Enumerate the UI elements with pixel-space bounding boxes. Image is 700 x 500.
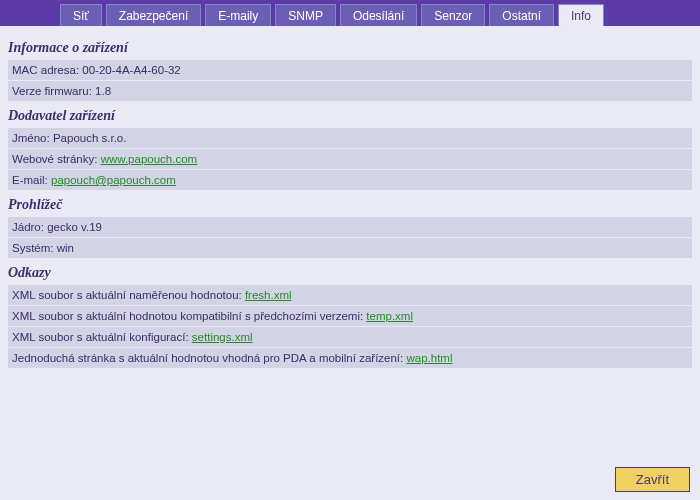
link-fresh-label: XML soubor s aktuální naměřenou hodnotou…: [12, 289, 245, 301]
footer: Zavřít: [615, 467, 690, 492]
vendor-email-label: E-mail:: [12, 174, 51, 186]
vendor-name-value: Papouch s.r.o.: [53, 132, 127, 144]
browser-engine-value: gecko v.19: [47, 221, 102, 233]
row-vendor-web: Webové stránky: www.papouch.com: [8, 149, 692, 170]
mac-value: 00-20-4A-A4-60-32: [82, 64, 180, 76]
fw-label: Verze firmwaru:: [12, 85, 95, 97]
link-temp-label: XML soubor s aktuální hodnotou kompatibi…: [12, 310, 366, 322]
tab-emaily[interactable]: E-maily: [205, 4, 271, 26]
vendor-name-label: Jméno:: [12, 132, 53, 144]
tab-odesilani[interactable]: Odesílání: [340, 4, 417, 26]
link-settings-label: XML soubor s aktuální konfigurací:: [12, 331, 192, 343]
row-link-wap: Jednoduchá stránka s aktuální hodnotou v…: [8, 348, 692, 369]
tab-senzor[interactable]: Senzor: [421, 4, 485, 26]
row-firmware: Verze firmwaru: 1.8: [8, 81, 692, 102]
row-vendor-name: Jméno: Papouch s.r.o.: [8, 128, 692, 149]
browser-system-label: Systém:: [12, 242, 57, 254]
link-wap[interactable]: wap.html: [406, 352, 452, 364]
tab-ostatni[interactable]: Ostatní: [489, 4, 554, 26]
fw-value: 1.8: [95, 85, 111, 97]
row-browser-system: Systém: win: [8, 238, 692, 259]
row-mac: MAC adresa: 00-20-4A-A4-60-32: [8, 60, 692, 81]
link-temp[interactable]: temp.xml: [366, 310, 413, 322]
link-fresh[interactable]: fresh.xml: [245, 289, 292, 301]
tab-snmp[interactable]: SNMP: [275, 4, 336, 26]
row-link-settings: XML soubor s aktuální konfigurací: setti…: [8, 327, 692, 348]
section-title-links: Odkazy: [8, 265, 692, 281]
row-vendor-email: E-mail: papouch@papouch.com: [8, 170, 692, 191]
section-title-browser: Prohlížeč: [8, 197, 692, 213]
link-settings[interactable]: settings.xml: [192, 331, 253, 343]
mac-label: MAC adresa:: [12, 64, 82, 76]
link-wap-label: Jednoduchá stránka s aktuální hodnotou v…: [12, 352, 406, 364]
row-link-temp: XML soubor s aktuální hodnotou kompatibi…: [8, 306, 692, 327]
tab-zabezpeceni[interactable]: Zabezpečení: [106, 4, 201, 26]
vendor-web-link[interactable]: www.papouch.com: [101, 153, 198, 165]
tab-bar: Síť Zabezpečení E-maily SNMP Odesílání S…: [0, 0, 700, 26]
section-title-device-info: Informace o zařízení: [8, 40, 692, 56]
vendor-web-label: Webové stránky:: [12, 153, 101, 165]
row-browser-engine: Jádro: gecko v.19: [8, 217, 692, 238]
row-link-fresh: XML soubor s aktuální naměřenou hodnotou…: [8, 285, 692, 306]
close-button[interactable]: Zavřít: [615, 467, 690, 492]
tab-info[interactable]: Info: [558, 4, 604, 26]
browser-system-value: win: [57, 242, 74, 254]
content-pane: Informace o zařízení MAC adresa: 00-20-4…: [0, 26, 700, 369]
browser-engine-label: Jádro:: [12, 221, 47, 233]
vendor-email-link[interactable]: papouch@papouch.com: [51, 174, 176, 186]
tab-sit[interactable]: Síť: [60, 4, 102, 26]
section-title-vendor: Dodavatel zařízení: [8, 108, 692, 124]
